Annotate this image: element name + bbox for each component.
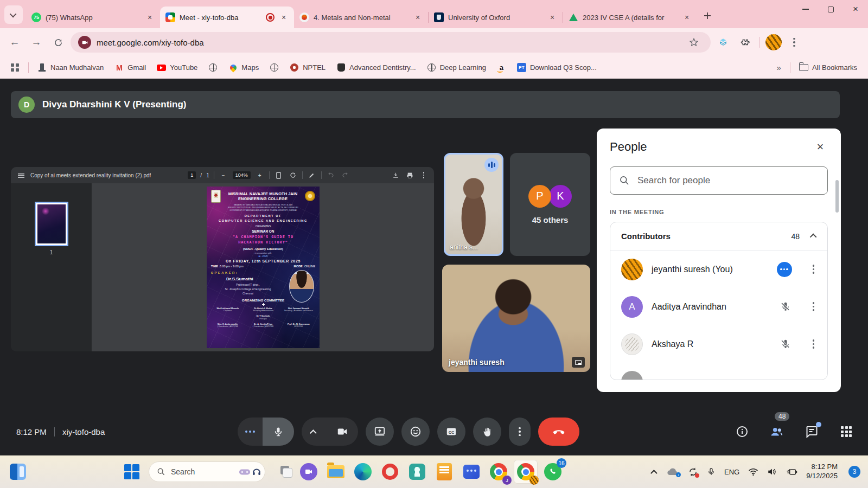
contributors-header[interactable]: Contributors 48 <box>610 222 827 251</box>
taskbar-chrome-profile-bee[interactable] <box>514 460 538 484</box>
url-text[interactable]: meet.google.com/xiy-tofo-dba <box>97 38 204 47</box>
meeting-info-button[interactable] <box>735 424 750 439</box>
video-tile-others[interactable]: P K 45 others <box>510 153 590 256</box>
pdf-menu-icon[interactable] <box>16 170 26 180</box>
audio-options-button[interactable] <box>238 418 263 446</box>
wifi-icon[interactable] <box>748 468 758 476</box>
redo-button[interactable] <box>340 170 350 180</box>
extensions-puzzle-icon[interactable] <box>736 33 754 52</box>
video-tile-anitha[interactable]: anitha s... <box>444 153 503 256</box>
pdf-canvas[interactable]: MISRIMAL NAVAJEE MUNOTH JAIN ENGINEERING… <box>92 183 434 351</box>
bookmark-globe-2[interactable] <box>265 61 283 74</box>
tab-whatsapp[interactable]: 75 (75) WhatsApp × <box>26 7 160 28</box>
participant-row[interactable]: A Aaditya Aravindhan <box>610 288 827 325</box>
annotate-pen-button[interactable] <box>307 170 317 180</box>
profile-avatar[interactable] <box>765 34 782 50</box>
participant-row-partial[interactable] <box>610 363 827 380</box>
people-scrollbar[interactable] <box>835 180 839 213</box>
end-call-button[interactable] <box>538 418 579 446</box>
print-button[interactable] <box>405 170 414 180</box>
pdf-page-number[interactable]: 1 <box>188 171 196 179</box>
bookmark-maps[interactable]: Maps <box>224 61 263 74</box>
bookmark-youtube[interactable]: YouTube <box>152 61 202 74</box>
tab-close-icon[interactable]: × <box>145 12 155 22</box>
tab-close-icon[interactable]: × <box>682 12 692 22</box>
pdf-more-kebab-icon[interactable] <box>419 170 429 180</box>
participant-menu-kebab-icon[interactable] <box>810 300 817 313</box>
bookmark-gmail[interactable]: MGmail <box>110 61 150 74</box>
zoom-out-button[interactable]: − <box>219 170 228 180</box>
back-button[interactable]: ← <box>5 33 24 52</box>
rotate-button[interactable] <box>288 170 298 180</box>
pdf-page-thumbnail[interactable] <box>35 202 68 246</box>
taskbar-search[interactable]: Search <box>149 461 265 482</box>
tab-close-icon[interactable]: × <box>547 12 557 22</box>
notification-count-badge[interactable]: 3 <box>848 466 860 478</box>
sync-recording-icon[interactable] <box>688 467 698 477</box>
tab-drive[interactable]: 2023 IV CSE A (details for × <box>563 7 697 28</box>
present-button[interactable] <box>366 418 394 446</box>
pdf-zoom-level[interactable]: 104% <box>233 171 251 179</box>
taskbar-notes-app[interactable] <box>432 460 456 484</box>
raise-hand-button[interactable] <box>473 418 501 446</box>
bookmark-globe-1[interactable] <box>204 61 222 74</box>
download-button[interactable] <box>391 170 400 180</box>
tab-close-icon[interactable]: × <box>279 12 289 22</box>
picture-in-picture-button[interactable] <box>572 357 585 368</box>
window-close-button[interactable]: × <box>843 0 868 18</box>
tab-metals[interactable]: 4. Metals and Non-metal × <box>294 7 428 28</box>
widgets-button[interactable] <box>10 464 26 480</box>
bookmark-apps-button[interactable] <box>7 61 24 74</box>
taskbar-opera[interactable] <box>378 460 402 484</box>
extension-cube-icon[interactable] <box>714 33 732 52</box>
taskbar-chrome-profile-j[interactable]: J <box>487 460 510 484</box>
taskbar-whatsapp[interactable]: 16 <box>541 460 565 484</box>
reload-button[interactable] <box>49 33 67 52</box>
bookmark-star-icon[interactable] <box>685 33 703 52</box>
window-minimize-button[interactable] <box>793 0 818 18</box>
tab-search-button[interactable] <box>4 5 23 24</box>
onedrive-icon[interactable]: i <box>666 467 679 476</box>
presentation-tile[interactable]: Copy of ai meets extended reality invita… <box>11 167 434 351</box>
tray-mic-icon[interactable] <box>707 467 716 476</box>
taskbar-clock[interactable]: 8:12 PM 9/12/2025 <box>806 463 838 481</box>
taskbar-file-explorer[interactable] <box>324 460 348 484</box>
bookmark-dentistry[interactable]: Advanced Dentistry... <box>332 61 420 74</box>
forward-button[interactable]: → <box>27 33 46 52</box>
bookmark-amazon[interactable]: a <box>493 61 510 74</box>
participant-row[interactable]: jeyanthi suresh (You) <box>610 251 827 288</box>
tab-oxford[interactable]: University of Oxford × <box>429 7 563 28</box>
browser-menu-kebab-icon[interactable] <box>785 33 803 52</box>
chat-button[interactable] <box>804 424 819 439</box>
new-tab-button[interactable] <box>699 8 716 24</box>
fit-page-button[interactable] <box>274 170 284 180</box>
mic-button[interactable] <box>263 418 294 446</box>
tab-meet-active[interactable]: Meet - xiy-tofo-dba × <box>160 7 294 28</box>
reactions-button[interactable] <box>401 418 430 446</box>
language-indicator[interactable]: ENG <box>724 468 739 476</box>
video-tile-jeyanthi[interactable]: jeyanthi suresh <box>442 265 590 372</box>
volume-icon[interactable] <box>767 467 777 476</box>
participant-menu-kebab-icon[interactable] <box>810 262 817 276</box>
bookmark-nptel[interactable]: NPTEL <box>285 61 330 74</box>
video-options-button[interactable] <box>302 418 327 446</box>
people-search-input[interactable] <box>637 175 819 186</box>
all-bookmarks-button[interactable]: All Bookmarks <box>795 61 861 74</box>
task-view-button[interactable] <box>279 465 293 479</box>
bookmark-download-q3[interactable]: PTDownload Q3 Scop... <box>513 61 601 74</box>
bookmark-deep-learning[interactable]: Deep Learning <box>423 61 490 74</box>
close-panel-button[interactable]: × <box>813 139 828 155</box>
taskbar-blue-app[interactable] <box>459 460 483 484</box>
taskbar-contacts-app[interactable] <box>405 460 429 484</box>
taskbar-meet-app[interactable] <box>297 460 321 484</box>
tray-chevron-up[interactable] <box>653 470 658 474</box>
participant-menu-kebab-icon[interactable] <box>810 337 817 351</box>
people-search-box[interactable] <box>610 166 828 195</box>
bookmarks-overflow-chevron[interactable]: » <box>773 63 786 72</box>
people-button[interactable]: 48 <box>769 424 784 439</box>
undo-button[interactable] <box>326 170 336 180</box>
bookmark-naan-mudhalvan[interactable]: Naan Mudhalvan <box>33 61 108 74</box>
taskbar-edge[interactable] <box>351 460 375 484</box>
address-bar[interactable]: meet.google.com/xiy-tofo-dba <box>71 32 711 53</box>
more-options-button[interactable] <box>509 418 531 446</box>
